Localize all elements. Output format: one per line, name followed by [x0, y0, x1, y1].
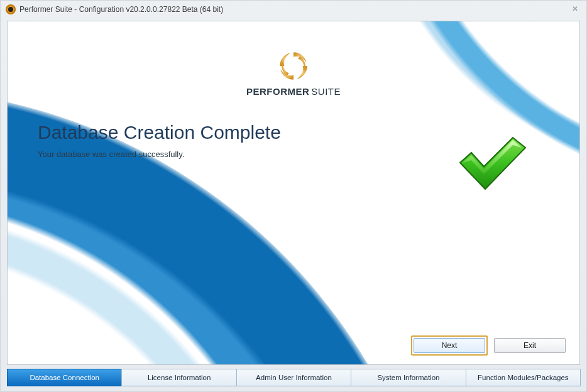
logo-word-1: PERFORMER: [246, 86, 309, 97]
page-subtext: Your database was created successfully.: [38, 150, 184, 159]
page-heading: Database Creation Complete: [38, 122, 281, 143]
logo-text: PERFORMERSUITE: [8, 86, 579, 97]
success-checkmark-icon: [454, 131, 529, 194]
button-row: Next Exit: [411, 335, 566, 356]
titlebar: Performer Suite - Configuration v20.2.0.…: [1, 1, 586, 18]
exit-button[interactable]: Exit: [494, 338, 566, 353]
logo: PERFORMERSUITE: [8, 50, 579, 97]
content-inner: PERFORMERSUITE Database Creation Complet…: [8, 21, 579, 364]
next-button[interactable]: Next: [414, 338, 485, 353]
tab-license-information[interactable]: License Information: [121, 369, 236, 386]
tab-function-modules-packages[interactable]: Function Modules/Packages: [466, 369, 581, 386]
content-frame: PERFORMERSUITE Database Creation Complet…: [7, 21, 580, 365]
tab-database-connection[interactable]: Database Connection: [7, 369, 122, 386]
tab-admin-user-information[interactable]: Admin User Information: [236, 369, 351, 386]
app-icon: [6, 4, 16, 14]
close-icon[interactable]: ✕: [569, 4, 581, 14]
window-title: Performer Suite - Configuration v20.2.0.…: [19, 5, 223, 14]
config-window: Performer Suite - Configuration v20.2.0.…: [0, 0, 587, 392]
tab-system-information[interactable]: System Information: [351, 369, 466, 386]
logo-swirl-icon: [277, 50, 310, 82]
logo-word-2: SUITE: [311, 86, 341, 97]
next-button-highlight: Next: [411, 335, 488, 356]
wizard-tabs: Database Connection License Information …: [7, 369, 580, 386]
